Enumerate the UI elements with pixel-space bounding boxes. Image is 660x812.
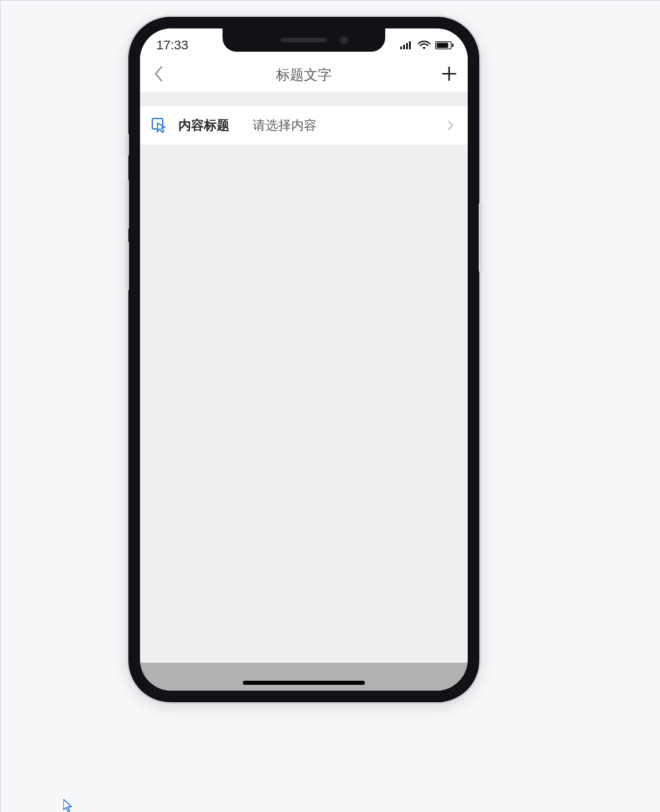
- svg-rect-6: [452, 44, 454, 47]
- plus-icon: [442, 66, 457, 84]
- page-title: 标题文字: [276, 66, 332, 84]
- status-indicators: [400, 41, 454, 50]
- mouse-cursor: [63, 799, 73, 812]
- back-button[interactable]: [148, 64, 169, 85]
- phone-volume-up: [125, 179, 129, 229]
- svg-marker-11: [63, 799, 71, 811]
- phone-screen: 17:33: [140, 28, 468, 691]
- svg-rect-3: [409, 41, 411, 49]
- phone-frame: 17:33: [128, 17, 479, 702]
- signal-icon: [400, 41, 413, 49]
- svg-rect-0: [400, 46, 402, 49]
- battery-icon: [435, 41, 454, 49]
- content-select-cell[interactable]: 内容标题 请选择内容: [140, 106, 468, 145]
- phone-notch: [223, 28, 385, 52]
- svg-marker-10: [157, 123, 165, 132]
- cell-value: 请选择内容: [253, 117, 434, 134]
- cell-label: 内容标题: [178, 117, 242, 134]
- svg-rect-2: [406, 43, 408, 49]
- wifi-icon: [418, 41, 431, 50]
- section-gap: [140, 92, 468, 106]
- svg-rect-1: [403, 45, 405, 49]
- status-time: 17:33: [156, 38, 188, 53]
- phone-mute-switch: [125, 133, 129, 156]
- chevron-right-icon: [444, 119, 457, 132]
- home-indicator[interactable]: [243, 681, 365, 685]
- phone-volume-down: [125, 241, 129, 291]
- svg-rect-5: [437, 43, 449, 48]
- navigation-bar: 标题文字: [140, 58, 468, 92]
- add-button[interactable]: [439, 64, 460, 85]
- notch-speaker: [281, 38, 327, 42]
- phone-power-button: [479, 203, 482, 272]
- click-cursor-icon: [150, 117, 168, 134]
- chevron-left-icon: [153, 65, 164, 85]
- bottom-safe-area: [140, 663, 468, 691]
- notch-camera: [340, 36, 348, 44]
